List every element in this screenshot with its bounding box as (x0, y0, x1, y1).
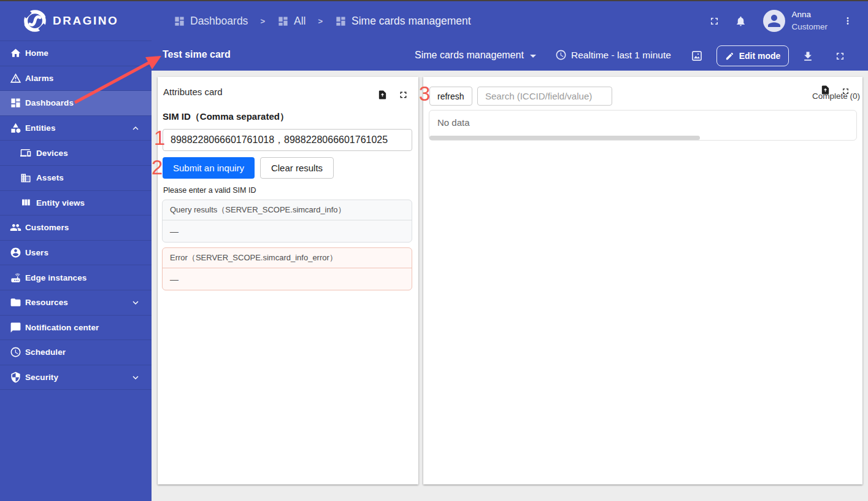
dashboard-content: Attributes card SIM ID（Comma separated） … (152, 71, 868, 501)
refresh-button[interactable]: refresh (429, 87, 472, 106)
sidebar-item-label: Assets (36, 173, 64, 182)
export-widget-icon[interactable] (820, 85, 831, 95)
breadcrumb-label: Dashboards (190, 15, 248, 28)
dashboard-select-value: Sime cards management (415, 50, 524, 61)
notifications-button[interactable] (735, 15, 747, 27)
sidebar-item-security[interactable]: Security (0, 365, 152, 390)
download-button[interactable] (802, 50, 814, 63)
export-widget-icon[interactable] (377, 90, 388, 100)
shield-icon (10, 371, 21, 383)
category-icon (10, 122, 21, 134)
more-menu-button[interactable] (842, 15, 853, 26)
dashboard-icon (277, 15, 289, 27)
sidebar-item-label: Edge instances (25, 273, 86, 282)
sidebar-item-label: Security (25, 373, 58, 382)
query-results-panel: Query results（SERVER_SCOPE.simcard_info）… (162, 200, 412, 243)
sidebar: HomeAlarmsDashboardsEntitiesDevicesAsset… (0, 41, 152, 501)
sidebar-item-devices[interactable]: Devices (0, 141, 152, 166)
download-icon (802, 50, 814, 63)
error-panel: Error（SERVER_SCOPE.simcard_info_error） — (162, 247, 412, 290)
sidebar-item-resources[interactable]: Resources (0, 290, 152, 316)
dashboard-toolbar: Test sime card Sime cards management Rea… (152, 41, 868, 71)
sidebar-item-label: Resources (25, 298, 68, 307)
edit-mode-label: Edit mode (739, 51, 781, 61)
submit-inquiry-button[interactable]: Submit an inquiry (163, 157, 255, 179)
breadcrumb-item-dashboards[interactable]: Dashboards (174, 15, 248, 28)
folder-icon (10, 297, 21, 308)
complete-count-label: Complete (0) (812, 91, 860, 101)
person-icon (765, 12, 783, 30)
fullscreen-icon (834, 50, 846, 62)
sim-id-input[interactable] (163, 129, 412, 151)
horizontal-scrollbar[interactable] (429, 136, 700, 140)
dashboard-fullscreen-button[interactable] (834, 50, 846, 62)
breadcrumb-item-sime-cards-management[interactable]: Sime cards management (335, 15, 471, 28)
sidebar-item-home[interactable]: Home (0, 41, 152, 66)
annotation-3: 3 (419, 84, 430, 104)
breadcrumb-separator: > (318, 17, 323, 26)
breadcrumb-label: All (294, 15, 305, 28)
sidebar-item-users[interactable]: Users (0, 241, 152, 266)
edit-mode-button[interactable]: Edit mode (716, 45, 789, 66)
sidebar-item-dashboards[interactable]: Dashboards (0, 91, 152, 116)
sidebar-item-customers[interactable]: Customers (0, 216, 152, 241)
error-header: Error（SERVER_SCOPE.simcard_info_error） (163, 248, 412, 268)
clear-results-button[interactable]: Clear results (260, 157, 334, 179)
sidebar-item-label: Entity views (36, 198, 85, 208)
devices-icon (20, 147, 31, 158)
warning-icon (10, 72, 21, 84)
timewindow-label: Realtime - last 1 minute (571, 50, 671, 61)
home-icon (10, 47, 21, 59)
user-block[interactable]: Anna Customer (791, 9, 828, 33)
breadcrumb-label: Sime cards management (351, 15, 471, 28)
sidebar-item-entities[interactable]: Entities (0, 116, 152, 141)
widget-fullscreen-icon[interactable] (398, 90, 409, 100)
chevron-down-icon (530, 55, 536, 58)
dashboard-icon (174, 15, 185, 27)
people-icon (10, 222, 21, 233)
dragino-swirl-icon (23, 9, 47, 33)
sidebar-item-label: Alarms (25, 74, 53, 83)
brand-name: DRAGINO (53, 14, 118, 28)
no-data-label: No data (437, 117, 470, 128)
chevron-up-icon (130, 123, 141, 134)
account-icon (10, 247, 21, 258)
dashboard-icon (335, 15, 347, 27)
avatar[interactable] (763, 10, 785, 32)
sidebar-item-label: Notification center (25, 323, 99, 332)
pencil-icon (725, 52, 734, 61)
sidebar-item-edge-instances[interactable]: Edge instances (0, 265, 152, 290)
dashboard-select[interactable]: Sime cards management (415, 50, 536, 61)
sidebar-item-alarms[interactable]: Alarms (0, 66, 152, 91)
widget-fullscreen-icon[interactable] (841, 87, 850, 96)
breadcrumb-separator: > (260, 17, 265, 26)
sidebar-item-scheduler[interactable]: Scheduler (0, 340, 152, 365)
user-name: Anna (791, 9, 828, 21)
breadcrumb: Dashboards>All>Sime cards management (174, 15, 471, 28)
fullscreen-button[interactable] (709, 15, 720, 27)
brand-logo[interactable]: DRAGINO (0, 1, 152, 41)
fullscreen-icon (709, 15, 720, 27)
timewindow-button[interactable]: Realtime - last 1 minute (555, 49, 671, 61)
dashboard-image-button[interactable] (691, 50, 703, 62)
attributes-card: Attributes card SIM ID（Comma separated） … (158, 77, 418, 484)
sidebar-item-label: Devices (36, 149, 68, 158)
dashboard-state-title: Test sime card (163, 49, 231, 60)
chat-icon (10, 322, 21, 333)
sidebar-item-label: Customers (25, 223, 69, 232)
sidebar-item-entity-views[interactable]: Entity views (0, 191, 152, 216)
breadcrumb-item-all[interactable]: All (277, 15, 305, 28)
sidebar-item-label: Dashboards (25, 98, 74, 107)
table-search-input[interactable] (477, 87, 612, 106)
sidebar-item-notification-center[interactable]: Notification center (0, 316, 152, 341)
chevron-down-icon (130, 297, 141, 308)
dashboard-icon (10, 97, 21, 109)
app-header: DRAGINO Dashboards>All>Sime cards manage… (0, 1, 868, 41)
sidebar-item-assets[interactable]: Assets (0, 166, 152, 191)
chevron-down-icon (130, 372, 141, 383)
attributes-card-title: Attributes card (163, 87, 223, 97)
domain-icon (20, 173, 31, 184)
clock-icon (10, 346, 21, 358)
sim-id-label: SIM ID（Comma separated） (163, 111, 289, 123)
image-icon (691, 50, 703, 62)
